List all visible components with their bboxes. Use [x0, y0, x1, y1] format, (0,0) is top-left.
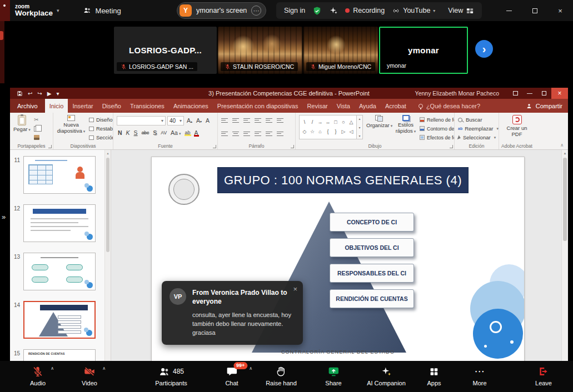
sign-in-button[interactable]: Sign in [284, 7, 305, 14]
audio-button[interactable]: ∧ Audio [30, 365, 46, 386]
maximize-button[interactable] [522, 0, 547, 21]
slide-title-box[interactable]: GRUPO : 100 NORMAS GENERALES (4) [217, 167, 469, 193]
bullets-button[interactable] [221, 118, 228, 123]
chevron-up-icon[interactable]: ∧ [102, 366, 106, 371]
shape-outline-button[interactable]: Contorno de forma [420, 124, 455, 133]
slide-box-rendicion[interactable]: RENDICIÓN DE CUENTAS [330, 289, 414, 308]
shape-line-icon[interactable]: \ [304, 120, 306, 125]
character-spacing-button[interactable]: AV [160, 130, 168, 135]
shape-star-icon[interactable]: ☆ [310, 129, 315, 134]
scroll-up-icon[interactable]: ▴ [562, 151, 568, 155]
slide-box-responsables[interactable]: RESPONSABLES DEL CI [330, 264, 414, 283]
dialog-launcher-icon[interactable] [450, 145, 453, 148]
tab-meeting[interactable]: Meeting [83, 6, 121, 15]
underline-button[interactable]: S [133, 129, 139, 136]
leave-button[interactable]: Leave [535, 365, 552, 386]
dialog-launcher-icon[interactable] [213, 145, 216, 148]
arrange-button[interactable]: Organizar [366, 115, 392, 142]
thumbnail-scrollbar[interactable]: ▴ [104, 150, 111, 361]
tab-acrobat[interactable]: Acrobat [381, 99, 411, 113]
participant-tile-miguel[interactable]: Miguel Moreno/CNC [303, 27, 378, 74]
decrease-indent-button[interactable] [243, 118, 250, 123]
change-case-button[interactable]: Aa [170, 129, 182, 136]
tell-me-search[interactable]: ¿Qué desea hacer? [418, 99, 480, 113]
tab-diseno[interactable]: Diseño [98, 99, 126, 113]
dialog-launcher-icon[interactable] [48, 145, 52, 148]
format-painter-button[interactable] [34, 133, 39, 142]
numbering-button[interactable] [232, 118, 239, 123]
participant-tile-ymonar-active[interactable]: ymonar ymonar [379, 27, 468, 74]
section-button[interactable]: Sección [89, 133, 113, 142]
shape-tri-right-icon[interactable]: ▷ [342, 129, 346, 134]
shapes-scroll-up-icon[interactable]: ▴ [358, 117, 360, 120]
shape-effects-button[interactable]: Efectos de forma [420, 133, 455, 142]
font-color-button[interactable]: A [193, 129, 199, 136]
shape-line2-icon[interactable]: / [312, 120, 313, 125]
tab-transiciones[interactable]: Transiciones [126, 99, 169, 113]
shape-brace-right-icon[interactable]: } [335, 129, 336, 134]
tab-vista[interactable]: Vista [332, 99, 355, 113]
slide-box-concepto[interactable]: CONCEPTO DE CI [330, 213, 414, 232]
cut-button[interactable]: ✂ [34, 115, 39, 124]
create-pdf-button[interactable]: Crear un PDF [506, 115, 528, 142]
replace-button[interactable]: abReemplazar [458, 124, 499, 133]
dialog-launcher-icon[interactable] [291, 145, 294, 148]
shapes-scroll-down-icon[interactable]: ▾ [358, 125, 360, 129]
shape-triangle-icon[interactable]: △ [350, 120, 353, 125]
tab-inicio[interactable]: Inicio [45, 99, 68, 113]
apps-button[interactable]: Apps [427, 365, 441, 386]
shape-brace-left-icon[interactable]: { [327, 129, 328, 134]
align-left-button[interactable] [221, 132, 228, 137]
slideshow-icon[interactable]: ▶ [47, 91, 52, 97]
more-button[interactable]: ⋯ More [472, 365, 486, 386]
chevron-up-icon[interactable]: ∧ [51, 366, 54, 371]
shape-double-arrow-icon[interactable]: ↔ [326, 120, 331, 125]
ppt-minimize-button[interactable] [522, 88, 537, 99]
tab-ayuda[interactable]: Ayuda [355, 99, 381, 113]
new-slide-button[interactable]: Nueva diapositiva [57, 115, 86, 142]
tab-archivo[interactable]: Archivo [10, 99, 45, 113]
scrollbar-thumb[interactable] [106, 158, 109, 252]
italic-button[interactable]: K [125, 129, 131, 136]
shape-fill-button[interactable]: Relleno de forma [420, 115, 455, 124]
chevron-up-icon[interactable]: ∧ [249, 366, 252, 371]
shapes-more-icon[interactable]: ▾ [358, 134, 360, 138]
raise-hand-button[interactable]: Raise hand [266, 365, 297, 386]
shared-screen-pill[interactable]: Y ymonar's screen ⋯ [177, 2, 266, 19]
find-button[interactable]: Buscar [458, 115, 499, 124]
highlight-color-button[interactable]: ab [183, 130, 191, 135]
participant-tile-losrios[interactable]: LOSRIOS-GADP... LOSRIOS-GADP SAN ... [114, 27, 217, 74]
tab-revisar[interactable]: Revisar [302, 99, 332, 113]
shape-arrow-icon[interactable]: → [318, 120, 323, 125]
security-shield-icon[interactable] [312, 6, 322, 16]
clear-formatting-button[interactable]: A [205, 117, 211, 124]
ppt-restore-button[interactable] [537, 88, 551, 99]
video-button[interactable]: ∧ Video [82, 365, 97, 386]
view-button[interactable]: View [448, 7, 474, 15]
line-spacing-button[interactable] [266, 118, 272, 123]
redo-icon[interactable]: ↪ [37, 91, 42, 97]
scroll-up-icon[interactable]: ▴ [105, 151, 111, 155]
collapse-ribbon-icon[interactable]: ∧ [560, 143, 564, 148]
slide-thumbnail-13[interactable] [23, 253, 96, 290]
chevron-down-icon[interactable]: ▾ [57, 8, 59, 13]
share-button[interactable]: Compartir [526, 99, 562, 113]
layout-button[interactable]: Diseño [89, 115, 113, 124]
undo-icon[interactable]: ↩ [28, 91, 32, 97]
paste-button[interactable]: Pegar [13, 115, 31, 142]
tab-animaciones[interactable]: Animaciones [169, 99, 213, 113]
customize-qat-icon[interactable]: ▾ [56, 91, 59, 97]
slide-box-objetivos[interactable]: OBJETIVOS DEL CI [330, 238, 414, 257]
bold-button[interactable]: N [117, 129, 123, 136]
slide-thumbnail-14[interactable] [23, 301, 96, 339]
share-screen-button[interactable]: Share [325, 365, 341, 386]
reset-button[interactable]: Restablecer [89, 124, 113, 133]
save-icon[interactable] [17, 91, 23, 97]
select-button[interactable]: Seleccionar [458, 133, 499, 142]
text-shadow-button[interactable]: S [152, 129, 158, 136]
decrease-font-button[interactable]: A▾ [195, 117, 203, 124]
editor-scrollbar[interactable]: ▴ [561, 150, 568, 361]
expand-panel-chevrons-icon[interactable]: » [2, 213, 6, 221]
youtube-live-button[interactable]: YouTube ▾ [392, 7, 435, 15]
close-icon[interactable]: × [293, 285, 297, 293]
